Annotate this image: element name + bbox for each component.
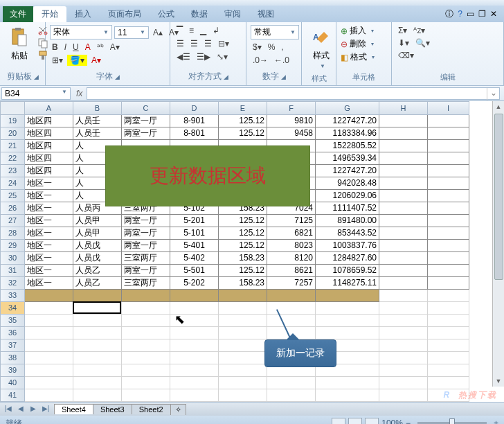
cell[interactable]: 三室两厅 bbox=[122, 277, 170, 290]
col-header[interactable]: F bbox=[267, 101, 316, 115]
cell[interactable] bbox=[170, 290, 219, 302]
cell[interactable] bbox=[25, 352, 73, 364]
col-header[interactable]: G bbox=[316, 101, 379, 115]
cell[interactable]: 1148275.11 bbox=[316, 277, 379, 290]
autosum-icon[interactable]: Σ▾ bbox=[396, 25, 409, 36]
cell[interactable] bbox=[73, 377, 122, 389]
col-header[interactable]: A bbox=[25, 101, 73, 115]
cell[interactable] bbox=[219, 315, 267, 327]
cell[interactable] bbox=[170, 302, 219, 315]
cell[interactable] bbox=[428, 227, 469, 240]
cell[interactable] bbox=[428, 277, 469, 290]
number-format-combo[interactable]: 常规▼ bbox=[251, 25, 299, 39]
cell[interactable] bbox=[170, 315, 219, 327]
comma-icon[interactable]: , bbox=[279, 42, 285, 53]
font-size-combo[interactable]: 11▼ bbox=[114, 26, 149, 39]
align-left-icon[interactable]: ☰ bbox=[174, 38, 186, 49]
cell[interactable] bbox=[122, 377, 170, 389]
row-header[interactable]: 40 bbox=[0, 377, 25, 389]
underline-button[interactable]: U bbox=[71, 42, 81, 53]
formula-bar[interactable]: ⌄ bbox=[87, 87, 500, 100]
cell[interactable]: 1227427.20 bbox=[316, 165, 379, 177]
zoom-level[interactable]: 100% bbox=[381, 418, 403, 424]
cell[interactable]: 125.12 bbox=[219, 127, 267, 140]
cell[interactable] bbox=[428, 140, 469, 152]
cell[interactable]: 人员乙 bbox=[73, 277, 122, 290]
cell[interactable] bbox=[73, 327, 122, 339]
cell[interactable]: 地区一 bbox=[25, 215, 73, 227]
paste-button[interactable]: 粘贴 bbox=[4, 25, 35, 63]
cell[interactable] bbox=[379, 327, 428, 339]
cell[interactable]: 两室一厅 bbox=[122, 115, 170, 127]
cell[interactable]: 地区一 bbox=[25, 177, 73, 190]
cell[interactable]: 5-402 bbox=[170, 252, 219, 265]
cell[interactable]: 地区一 bbox=[25, 190, 73, 202]
scroll-thumb[interactable] bbox=[494, 114, 503, 280]
cell[interactable]: 两室一厅 bbox=[122, 215, 170, 227]
cell[interactable]: 地区四 bbox=[25, 127, 73, 140]
sheet-last-icon[interactable]: ▶| bbox=[40, 404, 51, 415]
cell[interactable] bbox=[428, 152, 469, 165]
cell[interactable]: 7257 bbox=[267, 277, 316, 290]
cell[interactable] bbox=[267, 389, 316, 402]
increase-decimal-icon[interactable]: .0→ bbox=[251, 55, 270, 66]
row-header[interactable]: 36 bbox=[0, 327, 25, 339]
cell[interactable] bbox=[379, 265, 428, 277]
cell[interactable] bbox=[428, 127, 469, 140]
cell[interactable]: 人员乙 bbox=[73, 265, 122, 277]
cell[interactable] bbox=[267, 290, 316, 302]
cell[interactable]: 1111407.52 bbox=[316, 202, 379, 215]
window-close-icon[interactable]: ✕ bbox=[490, 9, 497, 19]
cell[interactable]: 两室一厅 bbox=[122, 265, 170, 277]
cell[interactable] bbox=[428, 202, 469, 215]
cell[interactable] bbox=[379, 389, 428, 402]
wrap-text-icon[interactable]: ↲ bbox=[210, 25, 222, 36]
cell[interactable]: 9458 bbox=[267, 127, 316, 140]
cell[interactable] bbox=[379, 364, 428, 377]
cell[interactable] bbox=[428, 302, 469, 315]
col-header[interactable]: I bbox=[428, 101, 469, 115]
cell[interactable] bbox=[122, 315, 170, 327]
cell[interactable] bbox=[25, 377, 73, 389]
cell[interactable]: 1206029.06 bbox=[316, 190, 379, 202]
cell[interactable]: 地区一 bbox=[25, 277, 73, 290]
cell[interactable] bbox=[379, 290, 428, 302]
cell[interactable] bbox=[379, 252, 428, 265]
row-header[interactable]: 33 bbox=[0, 290, 25, 302]
indent-inc-icon[interactable]: ☰▶ bbox=[195, 51, 213, 62]
name-box[interactable]: B34▼ bbox=[1, 87, 71, 100]
indent-dec-icon[interactable]: ◀☰ bbox=[174, 51, 192, 62]
align-top-icon[interactable]: ▔ bbox=[174, 25, 185, 36]
cell[interactable]: 地区一 bbox=[25, 252, 73, 265]
row-header[interactable]: 32 bbox=[0, 277, 25, 290]
cell[interactable] bbox=[428, 165, 469, 177]
cell[interactable]: 地区四 bbox=[25, 152, 73, 165]
row-header[interactable]: 41 bbox=[0, 389, 25, 402]
cell[interactable]: 942028.48 bbox=[316, 177, 379, 190]
cell[interactable] bbox=[219, 339, 267, 352]
cell[interactable] bbox=[122, 327, 170, 339]
cell[interactable] bbox=[379, 240, 428, 252]
cell[interactable] bbox=[316, 389, 379, 402]
cell[interactable] bbox=[122, 352, 170, 364]
cell[interactable] bbox=[428, 339, 469, 352]
cell[interactable] bbox=[25, 339, 73, 352]
cell[interactable]: 125.12 bbox=[219, 240, 267, 252]
cell[interactable] bbox=[379, 152, 428, 165]
cell[interactable]: 5-501 bbox=[170, 265, 219, 277]
cell[interactable]: 1496539.34 bbox=[316, 152, 379, 165]
vertical-scrollbar[interactable]: ▲ ▼ bbox=[492, 101, 504, 387]
cell[interactable]: 8023 bbox=[267, 240, 316, 252]
cell[interactable] bbox=[316, 377, 379, 389]
decrease-decimal-icon[interactable]: ←.0 bbox=[272, 55, 291, 66]
row-header[interactable]: 29 bbox=[0, 240, 25, 252]
expand-formula-icon[interactable]: ⌄ bbox=[487, 88, 499, 100]
border-button[interactable]: ⊞▾ bbox=[50, 55, 65, 66]
cell[interactable] bbox=[428, 315, 469, 327]
tab-insert[interactable]: 插入 bbox=[66, 6, 100, 22]
normal-view-icon[interactable] bbox=[332, 418, 345, 424]
row-header[interactable]: 22 bbox=[0, 152, 25, 165]
cell[interactable] bbox=[25, 364, 73, 377]
cell[interactable] bbox=[428, 352, 469, 364]
cell[interactable] bbox=[25, 302, 73, 315]
